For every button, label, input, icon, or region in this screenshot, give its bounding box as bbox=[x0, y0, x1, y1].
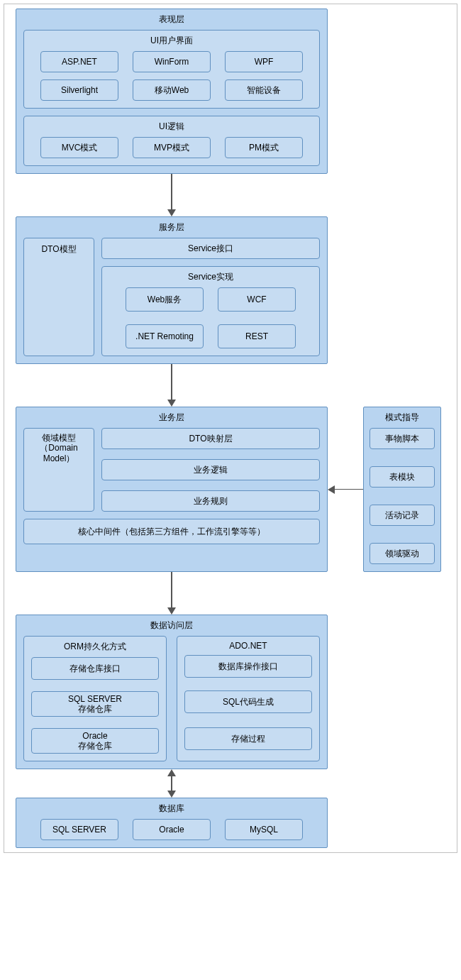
ado-item: 数据库操作接口 bbox=[184, 655, 312, 678]
ui-panel: UI用户界面 ASP.NET WinForm WPF Silverlight 移… bbox=[23, 30, 320, 109]
business-row: 业务层 领域模型（Domain Model） DTO映射层 业务逻辑 业务规则 … bbox=[9, 407, 452, 572]
guide-item: 活动记录 bbox=[370, 505, 435, 526]
ui-title: UI用户界面 bbox=[31, 35, 312, 47]
business-layer: 业务层 领域模型（Domain Model） DTO映射层 业务逻辑 业务规则 … bbox=[16, 407, 328, 572]
diagram-root: 表现层 UI用户界面 ASP.NET WinForm WPF Silverlig… bbox=[4, 4, 457, 853]
guide-item: 领域驱动 bbox=[370, 543, 435, 564]
orm-item: Oracle 存储仓库 bbox=[31, 728, 159, 754]
pattern-guide: 模式指导 事物脚本 表模块 活动记录 领域驱动 bbox=[363, 407, 441, 572]
ado-panel: ADO.NET 数据库操作接口 SQL代码生成 存储过程 bbox=[177, 636, 320, 761]
domain-model: 领域模型（Domain Model） bbox=[23, 428, 94, 512]
presentation-title: 表现层 bbox=[23, 13, 320, 26]
dal-title: 数据访问层 bbox=[23, 620, 320, 632]
arrow-left-icon bbox=[328, 485, 363, 494]
business-rules: 业务规则 bbox=[101, 490, 320, 512]
service-layer: 服务层 DTO模型 Service接口 Service实现 Web服务 WCF … bbox=[16, 216, 328, 364]
db-item: SQL SERVER bbox=[40, 819, 118, 840]
db-item: Oracle bbox=[133, 819, 211, 840]
logic-item: MVP模式 bbox=[133, 137, 211, 158]
impl-item: Web服务 bbox=[126, 287, 204, 312]
service-impl-panel: Service实现 Web服务 WCF .NET Remoting REST bbox=[101, 266, 320, 356]
database-layer: 数据库 SQL SERVER Oracle MySQL bbox=[16, 798, 328, 848]
arrow-down-icon bbox=[16, 174, 328, 216]
middleware: 核心中间件（包括第三方组件，工作流引擎等等） bbox=[23, 519, 320, 544]
business-title: 业务层 bbox=[23, 412, 320, 424]
ui-item: 智能设备 bbox=[225, 79, 303, 101]
orm-item: SQL SERVER 存储仓库 bbox=[31, 691, 159, 717]
logic-item: PM模式 bbox=[225, 137, 303, 158]
logic-item: MVC模式 bbox=[40, 137, 118, 158]
dto-mapping: DTO映射层 bbox=[101, 428, 320, 449]
ui-item: 移动Web bbox=[133, 79, 211, 101]
ado-item: SQL代码生成 bbox=[184, 690, 312, 713]
orm-title: ORM持久化方式 bbox=[31, 641, 159, 653]
guide-item: 事物脚本 bbox=[370, 428, 435, 449]
orm-panel: ORM持久化方式 存储仓库接口 SQL SERVER 存储仓库 Oracle 存… bbox=[23, 636, 167, 761]
service-title: 服务层 bbox=[23, 221, 320, 233]
impl-item: REST bbox=[218, 324, 296, 348]
ado-title: ADO.NET bbox=[184, 641, 312, 651]
arrow-down-icon bbox=[16, 364, 328, 407]
arrow-updown-icon bbox=[16, 769, 328, 798]
impl-item: .NET Remoting bbox=[126, 324, 204, 348]
db-item: MySQL bbox=[225, 819, 303, 840]
dto-model: DTO模型 bbox=[23, 238, 94, 356]
service-impl-title: Service实现 bbox=[109, 271, 312, 283]
business-logic: 业务逻辑 bbox=[101, 459, 320, 480]
db-title: 数据库 bbox=[23, 803, 320, 815]
arrow-down-icon bbox=[16, 572, 328, 615]
ui-item: ASP.NET bbox=[40, 51, 118, 72]
ui-logic-panel: UI逻辑 MVC模式 MVP模式 PM模式 bbox=[23, 116, 320, 166]
ui-logic-title: UI逻辑 bbox=[31, 121, 312, 133]
service-interface: Service接口 bbox=[101, 238, 320, 259]
impl-item: WCF bbox=[218, 287, 296, 312]
ui-item: WinForm bbox=[133, 51, 211, 72]
guide-title: 模式指导 bbox=[370, 412, 435, 424]
guide-item: 表模块 bbox=[370, 466, 435, 488]
orm-item: 存储仓库接口 bbox=[31, 657, 159, 680]
data-access-layer: 数据访问层 ORM持久化方式 存储仓库接口 SQL SERVER 存储仓库 Or… bbox=[16, 615, 328, 769]
ui-item: WPF bbox=[225, 51, 303, 72]
ui-item: Silverlight bbox=[40, 79, 118, 101]
ado-item: 存储过程 bbox=[184, 727, 312, 750]
presentation-layer: 表现层 UI用户界面 ASP.NET WinForm WPF Silverlig… bbox=[16, 9, 328, 174]
